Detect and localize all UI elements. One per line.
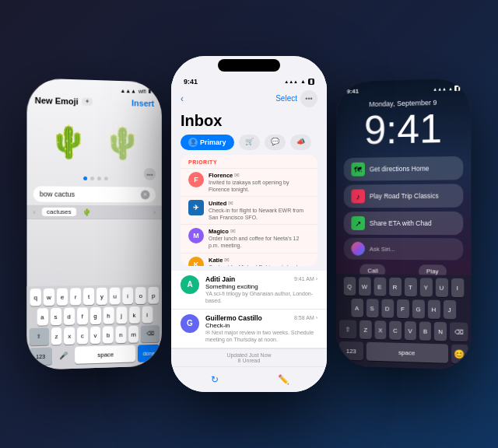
rkey-y[interactable]: Y [419,278,432,296]
rkey-x[interactable]: X [374,320,386,339]
priority-item-united[interactable]: ✈ United ✉ Check-in for flight to Newark… [181,196,317,224]
right-emoji-btn[interactable]: 😊 [451,345,468,364]
select-button[interactable]: Select [275,94,297,103]
key-b[interactable]: b [103,326,113,343]
center-wifi-icon: ▲ [300,79,306,84]
key-a[interactable]: a [37,308,47,326]
rkey-123[interactable]: 123 [339,341,363,361]
sender-aditi: Aditi Jain [205,275,235,283]
siri-widget[interactable]: Ask Siri... [344,238,464,261]
key-m[interactable]: m [128,326,139,343]
tab-primary[interactable]: 👤 Primary [181,135,234,150]
key-x[interactable]: x [64,327,75,345]
autocomplete-suggestion[interactable]: cactuses [42,208,76,216]
rkey-delete[interactable]: ⌫ [450,322,468,341]
rkey-n[interactable]: N [434,322,447,341]
priority-item-magico[interactable]: M Magico ✉ Order lunch and coffee for Ne… [181,224,317,252]
search-clear-btn[interactable]: ✕ [141,190,150,199]
key-123[interactable]: 123 [30,348,52,366]
insert-button[interactable]: Insert [132,98,154,108]
key-e[interactable]: e [57,289,68,306]
key-shift[interactable]: ⇧ [30,327,49,345]
key-i[interactable]: i [122,287,133,304]
key-z[interactable]: z [51,327,62,345]
search-input[interactable]: bow cactus [40,190,141,198]
tab-promo[interactable]: 📣 [290,135,311,150]
key-delete[interactable]: ⌫ [141,325,160,342]
rkey-j[interactable]: J [443,300,455,320]
key-l[interactable]: l [142,306,153,324]
key-s[interactable]: s [50,308,61,325]
refresh-btn[interactable]: ↻ [207,372,223,387]
key-c[interactable]: c [77,327,88,344]
rkey-q[interactable]: Q [343,277,355,296]
priority-text-florence: Florence ✉ Invited to izakaya soft openi… [209,172,310,193]
emoji-item-2[interactable]: 🌵 [99,119,145,166]
widget-directions[interactable]: 🗺 Get directions Home [344,156,464,181]
key-v[interactable]: v [90,327,101,344]
right-signal-icon: ▲▲▲ [433,86,447,92]
preview-united: Check-in for flight to Newark EWR from S… [209,207,310,221]
tab-shopping[interactable]: 🛒 [239,135,260,150]
key-q[interactable]: q [30,289,41,306]
key-w[interactable]: w [44,289,54,306]
email-item-aditi[interactable]: A Aditi Jain 9:41 AM › Something excitin… [171,271,327,310]
rkey-i[interactable]: I [451,278,464,298]
rkey-space[interactable]: space [366,342,448,363]
right-kb-row-2: A S D F G H J [336,296,471,320]
rkey-w[interactable]: W [359,277,371,296]
right-screen: 9:41 ▲▲▲ ▲ ▮ Monday, September 9 9:41 🗺 … [336,78,471,370]
directions-text: Get directions Home [370,165,430,173]
key-r[interactable]: r [70,288,81,305]
compose-btn[interactable]: ✏️ [275,372,291,387]
rkey-c[interactable]: C [389,321,401,340]
key-t[interactable]: t [83,288,94,305]
tab-social[interactable]: 💬 [265,135,286,150]
rkey-z[interactable]: Z [359,320,371,339]
key-d[interactable]: d [64,308,75,325]
key-mic[interactable]: 🎤 [54,347,73,365]
rkey-d[interactable]: D [381,299,394,318]
left-wifi-icon: wifi [139,88,146,93]
priority-item-katie[interactable]: K Katie ✉ Contract for Michael Robinson'… [181,253,317,266]
key-u[interactable]: u [110,288,121,305]
rkey-s[interactable]: S [366,299,378,317]
rkey-r[interactable]: R [389,278,402,296]
back-button[interactable]: ‹ [181,93,184,104]
rkey-a[interactable]: A [351,299,363,317]
rkey-v[interactable]: V [404,321,416,340]
rkey-t[interactable]: T [404,278,416,296]
more-button[interactable]: ••• [300,90,317,107]
rkey-h[interactable]: H [427,300,440,319]
widget-eta[interactable]: ↗ Share ETA with Chad [344,212,464,235]
emoji-item-1[interactable]: 🌵 [44,117,91,165]
priority-item-florence[interactable]: F Florence ✉ Invited to izakaya soft ope… [181,168,317,196]
rkey-e[interactable]: E [374,278,386,296]
rkey-g[interactable]: G [412,299,424,318]
key-done[interactable]: done [138,345,160,362]
widget-music[interactable]: ♪ Play Road Trip Classics [344,184,464,208]
key-p[interactable]: p [149,287,160,304]
rkey-u[interactable]: U [435,278,447,297]
more-options-btn[interactable]: ••• [144,168,156,180]
priority-text-united: United ✉ Check-in for flight to Newark E… [209,200,310,221]
music-text: Play Road Trip Classics [370,192,439,201]
tab-primary-icon: 👤 [188,138,198,147]
key-f[interactable]: f [77,307,88,324]
key-h[interactable]: h [103,307,114,324]
key-j[interactable]: j [116,306,127,324]
rkey-b[interactable]: B [419,321,431,340]
nav-right: Select ••• [275,90,317,107]
key-y[interactable]: y [96,288,107,305]
key-g[interactable]: g [90,307,101,324]
emoji-search-bar[interactable]: bow cactus ✕ [33,186,156,202]
update-status: Updated Just Now [226,352,271,358]
right-status-icons: ▲▲▲ ▲ ▮ [433,86,460,92]
key-space[interactable]: space [75,345,135,364]
email-item-guillermo[interactable]: G Guillermo Castillo 8:58 AM › Check-in … [171,310,327,348]
rkey-f[interactable]: F [397,299,409,318]
key-n[interactable]: n [116,326,126,343]
key-o[interactable]: o [135,287,146,304]
key-k[interactable]: k [129,306,140,324]
rkey-shift[interactable]: ⇧ [339,320,356,338]
